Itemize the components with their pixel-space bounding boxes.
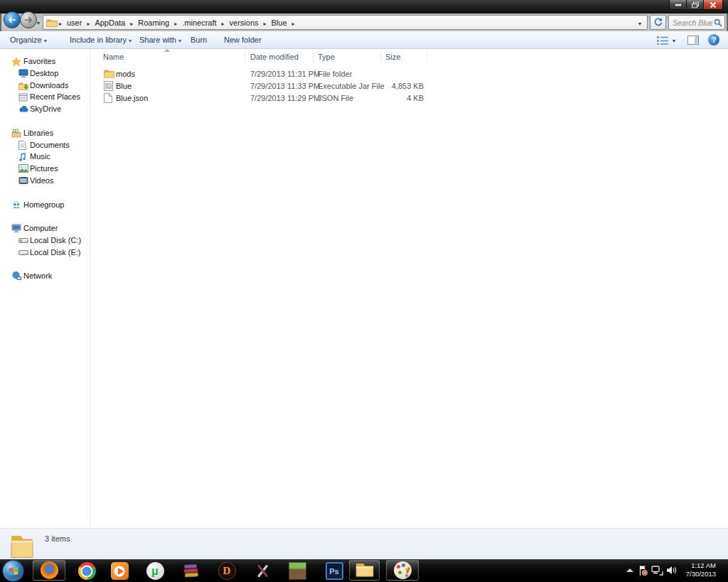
folder-icon — [104, 69, 114, 79]
breadcrumb-separator-icon — [262, 18, 268, 27]
column-header-type[interactable]: Type — [318, 50, 335, 64]
search-box[interactable] — [668, 15, 725, 30]
sidebar-item-local-disk-e[interactable]: Local Disk (E:) — [0, 247, 90, 259]
organize-button[interactable]: Organize — [10, 31, 47, 48]
homegroup-icon — [11, 200, 21, 210]
clock-time: 1:12 AM — [679, 561, 716, 570]
sidebar-item-recent-places[interactable]: Recent Places — [0, 91, 90, 103]
taskbar-minecraft-button[interactable] — [287, 561, 308, 581]
documents-icon — [18, 141, 28, 150]
new-folder-button[interactable]: New folder — [224, 31, 262, 48]
file-row-mods[interactable]: mods 7/29/2013 11:31 PM File folder — [90, 68, 728, 80]
taskbar-utorrent-button[interactable] — [144, 561, 166, 581]
details-pane: 3 items — [0, 528, 728, 559]
start-button[interactable] — [2, 561, 24, 581]
sidebar-item-downloads[interactable]: Downloads — [0, 80, 90, 92]
item-label: Desktop — [30, 68, 58, 80]
breadcrumb-blue[interactable]: Blue — [268, 18, 291, 27]
sidebar-item-documents[interactable]: Documents — [0, 139, 90, 151]
breadcrumb-appdata[interactable]: AppData — [91, 18, 129, 27]
address-dropdown[interactable] — [638, 18, 641, 27]
sidebar-item-videos[interactable]: Videos — [0, 175, 90, 187]
taskbar-clock[interactable]: 1:12 AM 7/30/2013 — [679, 561, 716, 578]
breadcrumb-user[interactable]: user — [63, 18, 85, 27]
group-label: Favorites — [23, 55, 55, 68]
pictures-icon — [18, 164, 28, 173]
file-row-blue-jar[interactable]: Blue 7/29/2013 11:33 PM Executable Jar F… — [90, 80, 728, 92]
minimize-icon — [675, 4, 681, 6]
sidebar-group-favorites[interactable]: Favorites — [0, 55, 90, 68]
folder-large-icon — [9, 531, 35, 559]
file-date: 7/29/2013 11:31 PM — [250, 68, 320, 80]
windows-start-orb-icon — [3, 561, 23, 581]
share-with-button[interactable]: Share with — [139, 31, 181, 48]
network-globe-icon — [11, 271, 21, 281]
breadcrumb-roaming[interactable]: Roaming — [134, 18, 173, 27]
action-center-flag-icon[interactable] — [638, 565, 648, 578]
sidebar-group-homegroup[interactable]: Homegroup — [0, 199, 90, 211]
sidebar-item-skydrive[interactable]: SkyDrive — [0, 103, 90, 115]
skydrive-cloud-icon — [18, 104, 28, 114]
column-separator[interactable] — [380, 51, 381, 63]
column-header-size[interactable]: Size — [385, 50, 400, 64]
breadcrumb-separator-icon — [85, 18, 91, 27]
item-label: Pictures — [30, 163, 58, 175]
include-in-library-button[interactable]: Include in library — [70, 31, 132, 48]
help-button[interactable]: ? — [708, 34, 719, 45]
taskbar-tools-launcher-button[interactable] — [252, 561, 273, 581]
sidebar-group-network[interactable]: Network — [0, 270, 90, 282]
address-bar[interactable]: user AppData Roaming .minecraft versions… — [43, 15, 648, 30]
breadcrumb-minecraft[interactable]: .minecraft — [178, 18, 220, 27]
column-header-name[interactable]: Name — [103, 50, 124, 64]
item-label: Documents — [30, 139, 70, 151]
sidebar-group-libraries[interactable]: Libraries — [0, 127, 90, 139]
taskbar-media-player-button[interactable] — [109, 561, 130, 581]
taskbar-firefox-button[interactable] — [33, 560, 65, 581]
column-separator[interactable] — [427, 51, 427, 63]
hard-disk-c-icon — [18, 236, 28, 245]
minecraft-grass-block-icon — [289, 562, 306, 580]
sidebar-item-local-disk-c[interactable]: Local Disk (C:) — [0, 235, 90, 247]
volume-tray-icon[interactable] — [666, 566, 678, 576]
close-icon — [710, 1, 717, 8]
sidebar-item-pictures[interactable]: Pictures — [0, 163, 90, 175]
file-size: 4,853 KB — [355, 80, 424, 92]
restore-button[interactable] — [686, 0, 704, 10]
recent-pages-dropdown[interactable] — [37, 18, 40, 26]
current-folder-icon — [46, 18, 58, 27]
breadcrumb-versions[interactable]: versions — [226, 18, 262, 27]
back-button[interactable] — [4, 11, 21, 28]
taskbar-explorer-button[interactable] — [349, 560, 380, 581]
column-header-date-modified[interactable]: Date modified — [250, 50, 299, 64]
taskbar-diablo-button[interactable] — [216, 561, 237, 581]
file-row-blue-json[interactable]: Blue.json 7/29/2013 11:29 PM JSON File 4… — [90, 92, 728, 104]
sidebar-group-computer[interactable]: Computer — [0, 222, 90, 235]
breadcrumb-separator-icon — [291, 18, 296, 27]
search-input[interactable] — [671, 18, 714, 28]
minimize-button[interactable] — [669, 0, 687, 10]
window-titlebar[interactable] — [0, 0, 728, 14]
column-separator[interactable] — [313, 51, 314, 63]
show-hidden-icons-button[interactable] — [626, 568, 633, 572]
sidebar-item-music[interactable]: Music — [0, 151, 90, 163]
forward-button[interactable] — [20, 11, 37, 28]
taskbar-chrome-button[interactable] — [76, 561, 97, 581]
change-view-button[interactable] — [657, 34, 675, 45]
network-tray-icon[interactable] — [651, 566, 663, 577]
close-button[interactable] — [703, 0, 723, 10]
taskbar-winrar-button[interactable] — [181, 561, 202, 581]
sidebar-item-desktop[interactable]: Desktop — [0, 68, 90, 80]
chevron-down-icon — [127, 36, 132, 44]
taskbar-paint-button[interactable] — [386, 560, 419, 581]
json-file-icon — [104, 93, 114, 103]
file-list-pane: Name Date modified Type Size mods 7/29/2… — [90, 49, 728, 528]
taskbar-photoshop-button[interactable]: Ps — [323, 561, 345, 581]
breadcrumb-separator-icon — [129, 18, 134, 27]
paint-brush-icon — [402, 567, 411, 578]
burn-button[interactable]: Burn — [191, 31, 207, 48]
refresh-button[interactable] — [650, 15, 666, 30]
column-separator[interactable] — [245, 51, 245, 63]
preview-pane-button[interactable] — [687, 34, 699, 45]
chevron-down-icon — [42, 36, 47, 44]
search-icon[interactable] — [714, 18, 722, 27]
